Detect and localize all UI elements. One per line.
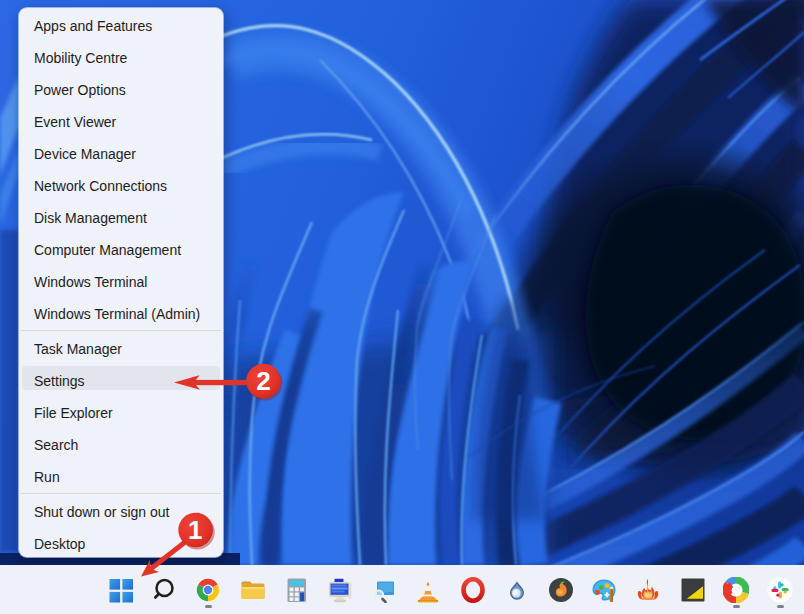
svg-text:2: 2 [256, 366, 270, 396]
svg-text:1: 1 [188, 515, 202, 545]
